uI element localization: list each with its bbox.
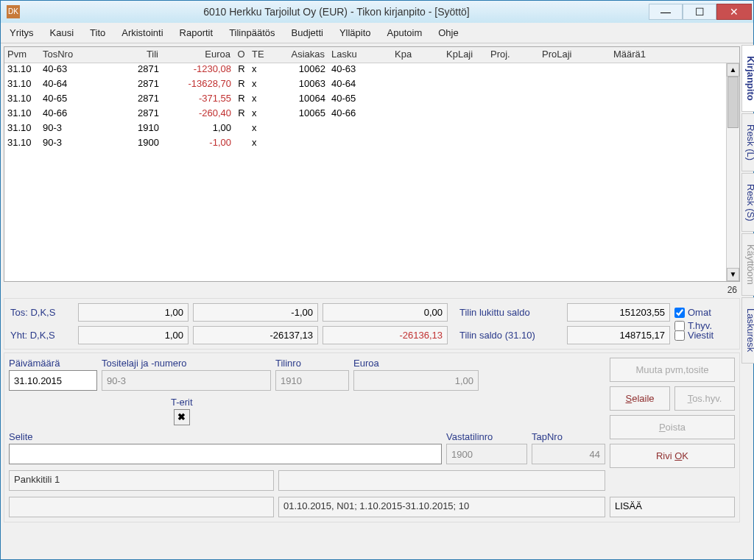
muuta-button[interactable]: Muuta pvm,tosite [610,358,735,382]
col-o[interactable]: O [234,47,249,63]
vastatilinro-label: Vastatilinro [446,431,527,442]
thyv-checkbox[interactable]: T.hyv. [674,320,712,331]
tab-resk-s[interactable]: Resk (S) [741,173,754,233]
close-button[interactable]: ✕ [716,4,752,20]
col-maara[interactable]: Määrä1 [598,47,649,63]
window-title: 6010 Herkku Tarjoilut Oy (EUR) - Tikon k… [24,6,649,18]
vastatilinro-input[interactable] [446,444,527,464]
status-period: 01.10.2015, N01; 1.10.2015-31.10.2015; 1… [278,497,605,517]
status-pankkitili: Pankkitili 1 [9,470,274,491]
menu-yritys[interactable]: Yritys [7,24,37,41]
menu-kausi[interactable]: Kausi [47,24,77,41]
paivamaara-input[interactable] [9,370,97,391]
yht-credit: -26137,13 [193,326,318,344]
paivamaara-label: Päivämäärä [9,358,97,369]
tilinro-input[interactable] [275,370,349,391]
col-asiakas[interactable]: Asiakas [271,47,328,63]
menubar: Yritys Kausi Tito Arkistointi Raportit T… [1,23,753,43]
tos-credit: -1,00 [193,303,318,322]
tos-saldo: 0,00 [323,303,448,322]
table-row[interactable]: 31.1040-632871-1230,08Rx1006240-63 [4,63,726,78]
tilin-lukittu-label: Tilin lukittu saldo [452,307,563,318]
tapnro-input[interactable] [532,444,605,464]
menu-aputoim[interactable]: Aputoim [384,24,426,41]
tab-kayttoom[interactable]: Käyttöom [741,233,754,296]
tos-debit: 1,00 [78,303,188,322]
menu-ohje[interactable]: Ohje [435,24,461,41]
tositelaji-input[interactable] [102,370,271,391]
maximize-button[interactable]: ☐ [683,4,716,20]
menu-tito[interactable]: Tito [87,24,108,41]
app-icon: DK [7,5,20,18]
toshyv-button[interactable]: Tos.hyv. [674,386,735,411]
titlebar: DK 6010 Herkku Tarjoilut Oy (EUR) - Tiko… [1,1,753,23]
tab-kirjanpito[interactable]: Kirjanpito [741,45,754,112]
col-kplaji[interactable]: KpLaji [443,47,487,63]
tilin-saldo-value: 148715,17 [567,326,670,344]
grid-header: Pvm TosNro Tili Euroa O TE Asiakas Lasku… [4,47,739,63]
side-tabs: Kirjanpito Resk (L) Resk (S) Käyttöom La… [741,45,754,558]
euroa-input[interactable] [353,370,479,391]
scroll-down-icon[interactable]: ▼ [727,268,739,281]
entry-panel: Päivämäärä Tositelaji ja -numero Tilinro [4,352,740,522]
status-lisaa: LISÄÄ [610,497,735,517]
menu-yllapito[interactable]: Ylläpito [337,24,374,41]
omat-checkbox[interactable]: Omat [674,307,733,318]
selaile-button[interactable]: Selaile [610,386,670,411]
menu-tilinpaatos[interactable]: Tilinpäätös [226,24,278,41]
transaction-grid[interactable]: Pvm TosNro Tili Euroa O TE Asiakas Lasku… [4,46,740,282]
col-lasku[interactable]: Lasku [328,47,392,63]
yht-label: Yht: D,K,S [10,330,74,341]
menu-arkistointi[interactable]: Arkistointi [119,24,166,41]
selite-label: Selite [9,431,442,442]
status-empty [278,470,605,491]
scroll-thumb[interactable] [727,77,739,128]
status-left2 [9,497,274,517]
table-row[interactable]: 31.1090-31900-1,00x [4,137,726,152]
table-row[interactable]: 31.1040-662871-260,40Rx1006540-66 [4,107,726,122]
poista-button[interactable]: Poista [610,415,735,439]
viestit-checkbox[interactable]: Viestit [674,330,733,341]
table-row[interactable]: 31.1040-652871-371,55Rx1006440-65 [4,93,726,107]
col-tili[interactable]: Tili [103,47,162,63]
summary-panel: Tos: D,K,S 1,00 -1,00 0,00 Tilin lukittu… [4,298,740,350]
tositelaji-label: Tositelaji ja -numero [102,358,271,369]
col-euroa[interactable]: Euroa [162,47,234,63]
col-kpa[interactable]: Kpa [392,47,443,63]
col-pvm[interactable]: Pvm [4,47,40,63]
tilin-saldo-label: Tilin saldo (31.10) [452,330,563,341]
yht-debit: 1,00 [78,326,188,344]
euroa-label: Euroa [353,358,479,369]
col-prolaji[interactable]: ProLaji [539,47,598,63]
scroll-up-icon[interactable]: ▲ [727,63,739,77]
row-count: 26 [4,285,740,295]
tab-resk-l[interactable]: Resk (L) [741,113,754,171]
table-row[interactable]: 31.1090-319101,00x [4,122,726,137]
terit-label: T-erit [171,397,193,408]
vertical-scrollbar[interactable]: ▲ ▼ [726,63,739,281]
tapnro-label: TapNro [532,431,605,442]
tos-label: Tos: D,K,S [10,307,74,318]
col-proj[interactable]: Proj. [487,47,539,63]
tab-laskuresk[interactable]: Laskuresk [741,297,754,363]
yht-saldo: -26136,13 [323,326,448,344]
tilin-lukittu-value: 151203,55 [567,303,670,322]
tilinro-label: Tilinro [275,358,349,369]
table-row[interactable]: 31.1040-642871-13628,70Rx1006340-64 [4,78,726,93]
minimize-button[interactable]: — [649,4,683,20]
menu-budjetti[interactable]: Budjetti [289,24,326,41]
menu-raportit[interactable]: Raportit [177,24,216,41]
col-tosnro[interactable]: TosNro [40,47,103,63]
terit-toggle[interactable]: ✖ [174,409,190,425]
rivi-ok-button[interactable]: Rivi OK [610,444,735,468]
col-te[interactable]: TE [249,47,271,63]
selite-input[interactable] [9,444,442,464]
